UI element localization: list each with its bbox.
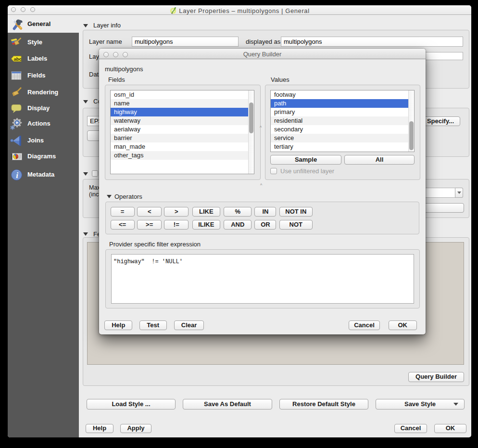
svg-text:i: i: [16, 171, 18, 180]
svg-text:abc: abc: [14, 56, 22, 61]
